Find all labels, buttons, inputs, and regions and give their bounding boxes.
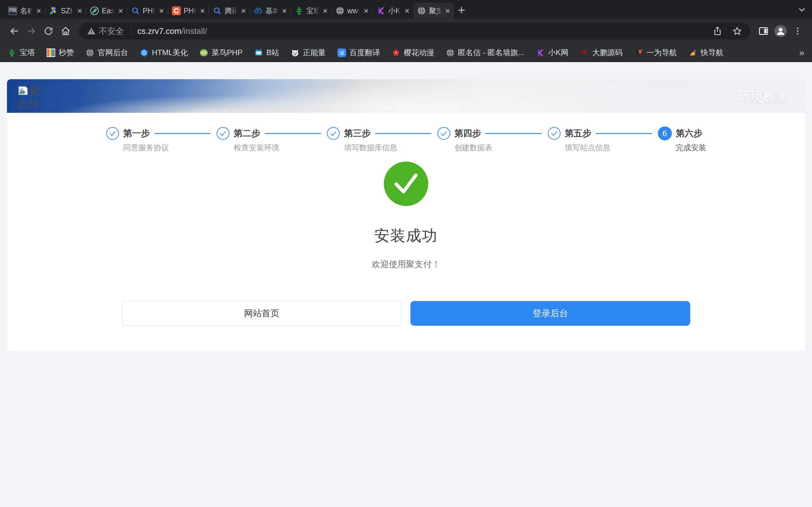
pagoda-icon (295, 6, 304, 15)
tab-title: EasyWe (102, 7, 115, 15)
tab-search-chevron-icon[interactable] (798, 5, 806, 14)
step-subtitle: 填写站点信息 (565, 143, 611, 153)
reload-button[interactable] (40, 22, 57, 40)
new-tab-button[interactable] (454, 3, 469, 18)
tab-3[interactable]: EasyWe× (86, 3, 127, 19)
svg-text:译: 译 (339, 50, 344, 55)
bookmark-5[interactable]: 菜鸟PHP (200, 48, 242, 58)
bookmark-12[interactable]: 大鹏源码 (580, 48, 623, 58)
bookmark-star-icon[interactable] (732, 26, 742, 36)
tab-close-icon[interactable]: × (322, 7, 328, 15)
menu-button[interactable] (789, 22, 806, 40)
back-button[interactable] (6, 22, 23, 40)
v-orange-icon (635, 49, 643, 57)
tab-8[interactable]: 宝塔Lin× (291, 3, 332, 19)
tab-title: 基本信 (265, 6, 278, 16)
bookmark-label: 菜鸟PHP (212, 48, 242, 58)
bookmark-13[interactable]: 一为导航 (635, 48, 677, 58)
tab-10[interactable]: 小K网-× (373, 3, 413, 19)
tab-title: 小K网- (388, 6, 401, 16)
side-panel-button[interactable] (755, 22, 772, 40)
address-bar[interactable]: 不安全 cs.zrv7.com/install/ (79, 22, 751, 40)
step-connector (485, 133, 542, 134)
site-logo[interactable]: 聚支付 (17, 83, 47, 110)
page-body: 聚支付 环境检测 第一步 同意服务协议 第二步 检查安装环境 第三步 填写数据库… (0, 62, 812, 507)
pagoda-icon (8, 49, 16, 57)
bookmark-2[interactable]: 秒赞 (47, 48, 74, 58)
sakura-flower-icon (392, 49, 400, 57)
step-subtitle: 完成安装 (676, 143, 706, 153)
side-panel-icon (758, 26, 769, 37)
tab-title: PHP邀 (143, 6, 156, 16)
bookmark-label: B站 (266, 48, 279, 58)
tab-title: SZH SU (61, 7, 74, 15)
bookmark-label: HTML美化 (152, 48, 188, 58)
tab-close-icon[interactable]: × (363, 7, 369, 15)
tab-close-icon[interactable]: × (36, 7, 42, 15)
install-stepper: 第一步 同意服务协议 第二步 检查安装环境 第三步 填写数据库信息 第四步 创建… (7, 127, 805, 153)
bookmark-label: 官网后台 (98, 48, 128, 58)
bookmark-3[interactable]: 官网后台 (86, 48, 128, 58)
tab-close-icon[interactable]: × (445, 7, 451, 15)
hexagon-o-icon (140, 49, 148, 57)
tab-strip: 名称 - 厂×SZH SU×EasyWe×PHP邀×PHP生×腾讯云×基本信×宝… (0, 0, 812, 19)
step-connector (596, 133, 652, 134)
tab-close-icon[interactable]: × (200, 7, 206, 15)
runoob-code-icon (200, 49, 208, 57)
profile-avatar[interactable] (772, 22, 789, 40)
step-4: 第四步 创建数据表 (437, 127, 548, 153)
bookmark-label: 正能量 (303, 48, 326, 58)
step-check-icon (327, 127, 340, 140)
tab-6[interactable]: 腾讯云× (209, 3, 250, 19)
step-1: 第一步 同意服务协议 (106, 127, 216, 153)
tab-5[interactable]: PHP生× (168, 3, 209, 19)
tab-2[interactable]: SZH SU× (45, 3, 86, 19)
bookmark-7[interactable]: 正能量 (291, 48, 326, 58)
bookmark-label: 小K网 (548, 48, 568, 58)
csdn-icon (172, 6, 181, 15)
globe-icon (446, 49, 455, 57)
bookmark-label: 百度翻译 (350, 48, 380, 58)
tab-close-icon[interactable]: × (159, 7, 165, 15)
url-path: /install/ (182, 26, 207, 36)
bookmark-8[interactable]: 译百度翻译 (338, 48, 380, 58)
bookmark-1[interactable]: 宝塔 (8, 48, 35, 58)
bookmark-9[interactable]: 樱花动漫 (392, 48, 434, 58)
eagle-icon (580, 49, 589, 57)
tab-close-icon[interactable]: × (241, 7, 247, 15)
bookmark-14[interactable]: 快导航 (689, 48, 723, 58)
bookmarks-overflow-icon[interactable]: » (799, 47, 804, 58)
bookmark-4[interactable]: HTML美化 (140, 48, 188, 58)
k-purple-icon (376, 6, 386, 15)
photo-thumbnail-icon (8, 6, 17, 15)
banner: 聚支付 环境检测 (7, 79, 805, 113)
nav-link-env-check[interactable]: 环境检测 (738, 88, 789, 106)
share-icon[interactable] (712, 26, 722, 36)
site-home-button[interactable]: 网站首页 (122, 301, 402, 326)
tab-1[interactable]: 名称 - 厂× (4, 3, 45, 19)
browser-toolbar: 不安全 cs.zrv7.com/install/ (0, 19, 812, 43)
tab-close-icon[interactable]: × (404, 7, 410, 15)
bookmark-6[interactable]: B站 (254, 48, 279, 58)
globe-icon (336, 6, 345, 15)
tab-title: 聚支付 (429, 6, 442, 16)
baidu-translate-icon: 译 (338, 49, 346, 57)
login-admin-button[interactable]: 登录后台 (410, 301, 690, 326)
forward-button[interactable] (23, 22, 40, 40)
tab-close-icon[interactable]: × (77, 7, 83, 15)
search-blue-icon (131, 6, 140, 15)
tab-7[interactable]: 基本信× (250, 3, 291, 19)
step-check-icon (216, 127, 230, 140)
bookmark-10[interactable]: 匿名信 - 匿名墙旗... (446, 48, 524, 58)
tab-4[interactable]: PHP邀× (127, 3, 168, 19)
bookmark-11[interactable]: 小K网 (536, 48, 568, 58)
tab-title: www.w (347, 7, 360, 15)
security-label[interactable]: 不安全 (99, 26, 124, 37)
tab-close-icon[interactable]: × (281, 7, 287, 15)
forward-arrow-icon (26, 26, 37, 37)
tab-9[interactable]: www.w× (332, 3, 372, 19)
home-button[interactable] (57, 22, 74, 40)
reload-icon (44, 26, 54, 36)
tab-11[interactable]: 聚支付× (413, 3, 454, 19)
tab-close-icon[interactable]: × (118, 7, 124, 15)
